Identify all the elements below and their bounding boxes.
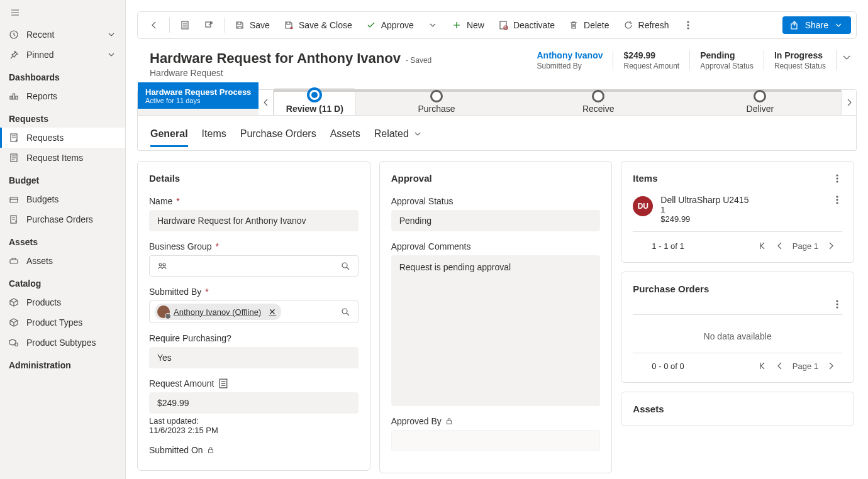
assets-panel: Assets [621,392,854,426]
record-icon [180,20,190,30]
process-next-button[interactable] [841,90,856,115]
purchase-orders-panel: Purchase Orders No data available 0 - 0 … [621,272,854,383]
sidebar-pinned[interactable]: Pinned [0,45,125,65]
deactivate-icon [498,20,508,30]
requests-icon [9,133,19,143]
approval-status-label: Approval Status [391,196,601,206]
assets-icon [9,256,19,266]
require-purchasing-field[interactable]: Yes [149,347,359,368]
submitted-by-label: Submitted By * [149,287,359,297]
more-vertical-icon[interactable] [832,173,842,184]
tab-general[interactable]: General [150,119,188,147]
pager-page: Page 1 [793,241,818,251]
item-price: $249.99 [660,214,748,224]
trash-icon [569,20,579,30]
svg-point-17 [342,263,347,268]
approval-comments-field[interactable]: Request is pending approval [391,255,601,406]
item-badge: DU [633,196,653,216]
save-label: Save [250,20,270,30]
sidebar-item-reports[interactable]: Reports [0,86,125,106]
tab-label: Items [202,128,226,140]
label-text: Approval Status [391,196,453,206]
svg-point-24 [837,181,838,182]
stage-review[interactable]: Review (11 D) [274,88,355,115]
header-expand-button[interactable] [837,50,857,67]
sidebar-item-request-items[interactable]: Request Items [0,148,125,168]
page-prev-icon[interactable] [775,241,785,251]
sidebar-item-product-subtypes[interactable]: Product Subtypes [0,333,125,353]
refresh-button[interactable]: Refresh [617,16,676,34]
page-prev-icon[interactable] [775,361,785,371]
remove-pill-button[interactable]: ✕ [269,307,276,317]
sidebar-pinned-label: Pinned [26,50,54,60]
tab-purchase-orders[interactable]: Purchase Orders [240,119,316,147]
pager-range: 1 - 1 of 1 [652,241,684,251]
approve-button[interactable]: Approve [360,16,420,34]
page-next-icon[interactable] [826,361,836,371]
sidebar-item-product-types[interactable]: Product Types [0,312,125,333]
deactivate-button[interactable]: Deactivate [492,16,561,34]
more-vertical-icon[interactable] [832,195,842,205]
sidebar-item-assets[interactable]: Assets [0,251,125,271]
svg-point-25 [837,196,838,197]
more-vertical-icon[interactable] [832,299,842,309]
list-item[interactable]: DU Dell UltraSharp U2415 1 $249.99 [633,195,842,232]
submitted-by-field[interactable]: Anthony Ivanov (Offline) ✕ [149,300,359,323]
request-amount-label: Request Amount [149,378,359,388]
page-first-icon[interactable] [757,241,767,251]
stat-value[interactable]: Anthony Ivanov [537,50,603,60]
stat-label: Request Status [774,62,826,70]
stage-purchase[interactable]: Purchase [355,97,517,115]
search-icon[interactable] [340,261,350,271]
process-label[interactable]: Hardware Request Process Active for 11 d… [138,82,259,109]
po-title: Purchase Orders [633,284,709,294]
open-record-button[interactable] [174,16,196,34]
main-area: Save Save & Close Approve New Deactivate… [126,0,868,479]
stat-submitted-by[interactable]: Anthony Ivanov Submitted By [526,50,613,70]
popout-button[interactable] [198,16,220,34]
sidebar-recent[interactable]: Recent [0,25,125,45]
save-close-button[interactable]: Save & Close [277,16,359,34]
sidebar-item-label: Product Subtypes [26,338,96,348]
stat-approval-status: Pending Approval Status [690,50,764,70]
delete-button[interactable]: Delete [562,16,615,34]
stage-deliver[interactable]: Deliver [679,97,841,115]
share-icon [790,20,800,30]
approval-status-field[interactable]: Pending [391,210,601,231]
svg-point-11 [687,21,689,23]
tab-items[interactable]: Items [202,119,226,147]
process-active: Active for 11 days [145,97,251,104]
sidebar-item-budgets[interactable]: Budgets [0,189,125,209]
search-icon[interactable] [340,307,350,317]
name-field[interactable]: Hardware Request for Anthony Ivanov [149,210,359,231]
hamburger-menu[interactable] [0,0,125,25]
sidebar-item-purchase-orders[interactable]: Purchase Orders [0,209,125,229]
label-text: Require Purchasing? [149,333,231,343]
process-prev-button[interactable] [259,90,274,115]
product-subtypes-icon [9,338,19,348]
new-button[interactable]: New [445,16,491,34]
tab-assets[interactable]: Assets [330,119,360,147]
po-empty: No data available [633,320,842,353]
user-pill[interactable]: Anthony Ivanov (Offline) ✕ [155,304,281,320]
sidebar-heading-administration: Administration [0,353,125,374]
save-button[interactable]: Save [228,16,276,34]
stage-label: Deliver [679,104,841,114]
request-amount-field[interactable]: $249.99 [149,392,359,414]
chevron-down-icon [842,53,852,63]
plus-icon [452,20,462,30]
page-next-icon[interactable] [826,241,836,251]
overflow-button[interactable] [677,16,699,34]
sidebar-item-requests[interactable]: Requests [0,128,125,148]
page-first-icon[interactable] [757,361,767,371]
share-button[interactable]: Share [782,16,851,34]
business-group-field[interactable] [149,255,359,277]
back-button[interactable] [143,16,165,34]
chevron-down-icon [833,20,843,30]
check-icon [366,20,376,30]
sidebar-item-products[interactable]: Products [0,292,125,312]
stage-receive[interactable]: Receive [518,97,679,115]
tab-related[interactable]: Related [374,119,423,147]
approve-dropdown[interactable] [421,16,444,34]
stage-dot [430,90,443,102]
